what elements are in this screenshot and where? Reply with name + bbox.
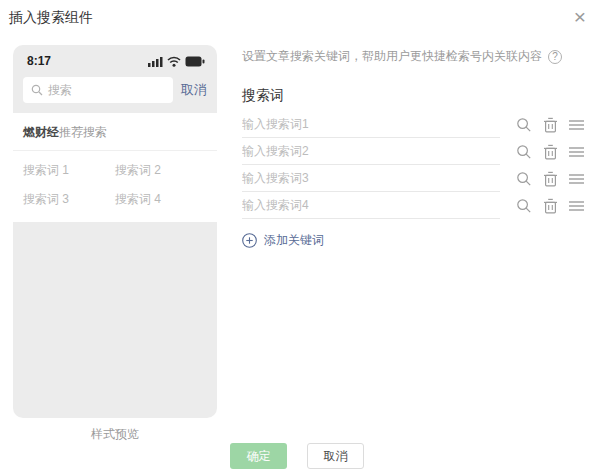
preview-keyword: 搜索词 2 [115, 162, 207, 179]
search-icon[interactable] [516, 171, 532, 187]
search-icon[interactable] [516, 198, 532, 214]
drag-handle-icon[interactable] [569, 200, 584, 212]
battery-icon [185, 56, 205, 67]
phone-result-panel: 燃财经推荐搜索 搜索词 1 搜索词 2 搜索词 3 搜索词 4 [13, 113, 217, 222]
confirm-button[interactable]: 确定 [230, 443, 287, 469]
trash-icon[interactable] [543, 117, 558, 133]
keyword-row [242, 192, 584, 219]
add-keyword-button[interactable]: 添加关键词 [242, 232, 584, 249]
keyword-input-2[interactable] [242, 138, 500, 165]
keyword-input-3[interactable] [242, 165, 500, 192]
phone-search-input[interactable]: 搜索 [23, 77, 173, 103]
search-icon[interactable] [516, 144, 532, 160]
preview-keyword: 搜索词 4 [115, 191, 207, 208]
close-icon[interactable]: × [574, 6, 586, 27]
account-name: 燃财经 [23, 125, 59, 139]
trash-icon[interactable] [543, 171, 558, 187]
keyword-form-panel: 设置文章搜索关键词，帮助用户更快捷检索号内关联内容 ? 搜索词 [242, 48, 584, 249]
drag-handle-icon[interactable] [569, 146, 584, 158]
preview-keyword: 搜索词 1 [23, 162, 115, 179]
cancel-button[interactable]: 取消 [307, 443, 364, 469]
phone-cancel-link[interactable]: 取消 [181, 81, 207, 99]
preview-caption: 样式预览 [13, 426, 217, 443]
drag-handle-icon[interactable] [569, 173, 584, 185]
form-description: 设置文章搜索关键词，帮助用户更快捷检索号内关联内容 [242, 48, 542, 65]
phone-preview: 8:17 [13, 45, 217, 418]
keyword-input-4[interactable] [242, 192, 500, 219]
preview-keyword: 搜索词 3 [23, 191, 115, 208]
trash-icon[interactable] [543, 198, 558, 214]
insert-search-component-dialog: 插入搜索组件 × 8:17 [0, 0, 600, 473]
dialog-title: 插入搜索组件 [9, 9, 93, 27]
signal-icon [148, 56, 163, 67]
drag-handle-icon[interactable] [569, 119, 584, 131]
search-icon[interactable] [516, 117, 532, 133]
keyword-row [242, 111, 584, 138]
phone-search-row: 搜索 取消 [13, 71, 217, 113]
keyword-row [242, 138, 584, 165]
recommend-label: 推荐搜索 [59, 125, 107, 139]
trash-icon[interactable] [543, 144, 558, 160]
keyword-input-1[interactable] [242, 111, 500, 138]
phone-status-bar: 8:17 [13, 45, 217, 71]
keyword-rows [242, 111, 584, 219]
keyword-row [242, 165, 584, 192]
plus-circle-icon [242, 233, 257, 248]
add-keyword-label: 添加关键词 [264, 232, 324, 249]
phone-search-placeholder: 搜索 [48, 82, 72, 99]
wifi-icon [167, 56, 181, 67]
help-icon[interactable]: ? [548, 50, 562, 64]
search-icon [31, 84, 43, 96]
keyword-grid: 搜索词 1 搜索词 2 搜索词 3 搜索词 4 [13, 151, 217, 222]
status-time: 8:17 [27, 54, 51, 68]
recommend-header: 燃财经推荐搜索 [13, 113, 217, 151]
section-label: 搜索词 [242, 87, 584, 105]
